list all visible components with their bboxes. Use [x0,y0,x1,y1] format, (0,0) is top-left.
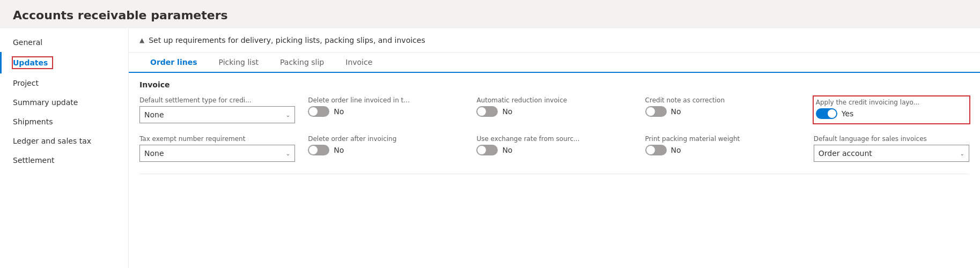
sidebar-item-label: Shipments [13,117,53,126]
invoice-section: Invoice Default settlement type for cred… [139,73,969,174]
field-label-default-settlement-type: Default settlement type for credi... [139,96,295,104]
sidebar-item-label-updates: Updates [13,58,48,67]
field-label-delete-order-line-invoiced: Delete order line invoiced in t... [308,96,463,104]
tab-order-lines[interactable]: Order lines [139,53,208,73]
chevron-down-icon: ⌄ [960,151,964,157]
toggle-thumb [646,146,655,154]
content-sections: Invoice Default settlement type for cred… [129,73,980,174]
toggle-label-credit-note-as-correction: No [671,107,681,116]
field-default-language-sales-invoices: Default language for sales invoices Orde… [814,135,969,162]
sidebar-item-settlement[interactable]: Settlement [0,151,128,170]
toggle-row-credit-note-as-correction: No [645,106,801,117]
page-container: Accounts receivable parameters General U… [0,0,980,268]
toggle-label-apply-credit-invoicing-layout: Yes [842,109,854,118]
field-tax-exempt-number: Tax exempt number requirement None ⌄ [139,135,295,162]
invoice-section-label: Invoice [139,80,969,89]
dropdown-value: None [144,110,164,119]
dropdown-default-language-sales-invoices[interactable]: Order account ⌄ [814,145,969,162]
section-header-text: Set up requirements for delivery, pickin… [149,36,425,44]
toggle-track[interactable] [645,145,667,155]
toggle-thumb [828,109,836,118]
toggle-delete-order-line-invoiced[interactable] [308,106,329,117]
tabs-row: Order lines Picking list Packing slip In… [129,53,980,73]
toggle-credit-note-as-correction[interactable] [645,106,667,117]
tab-invoice[interactable]: Invoice [335,53,383,73]
toggle-delete-order-after-invoicing[interactable] [308,145,329,155]
sidebar-item-summary-update[interactable]: Summary update [0,93,128,112]
toggle-automatic-reduction-invoice[interactable] [476,106,498,117]
dropdown-tax-exempt-number[interactable]: None ⌄ [139,145,295,162]
page-header: Accounts receivable parameters [0,0,980,28]
tab-packing-slip[interactable]: Packing slip [269,53,335,73]
field-label-use-exchange-rate: Use exchange rate from sourc... [476,135,632,143]
field-apply-credit-invoicing-layout: Apply the credit invoicing layo... Yes [814,96,969,123]
field-label-delete-order-after-invoicing: Delete order after invoicing [308,135,463,143]
invoice-fields-row1: Default settlement type for credi... Non… [139,89,969,128]
field-credit-note-as-correction: Credit note as correction No [645,96,801,123]
toggle-track-on[interactable] [816,108,837,119]
sidebar-item-label: Summary update [13,98,78,107]
field-label-default-language-sales-invoices: Default language for sales invoices [814,135,969,143]
content-area: General Updates Project Summary update S… [0,28,980,268]
sidebar-item-label: Settlement [13,156,55,165]
field-delete-order-after-invoicing: Delete order after invoicing No [308,135,463,162]
field-label-apply-credit-invoicing-layout: Apply the credit invoicing layo... [816,99,967,106]
toggle-label-delete-order-line-invoiced: No [334,107,344,116]
toggle-label-delete-order-after-invoicing: No [334,146,344,154]
toggle-row-print-packing-material-weight: No [645,145,801,155]
sidebar-item-ledger-sales-tax[interactable]: Ledger and sales tax [0,131,128,151]
toggle-track[interactable] [476,106,498,117]
field-print-packing-material-weight: Print packing material weight No [645,135,801,162]
sidebar-item-label: General [13,38,42,47]
toggle-label-automatic-reduction-invoice: No [502,107,512,116]
toggle-apply-credit-invoicing-layout[interactable] [816,108,837,119]
toggle-track[interactable] [645,106,667,117]
chevron-down-icon: ⌄ [286,112,290,118]
sidebar-item-updates[interactable]: Updates [0,52,128,73]
toggle-thumb [309,107,318,116]
toggle-row-delete-order-after-invoicing: No [308,145,463,155]
field-label-credit-note-as-correction: Credit note as correction [645,96,801,104]
dropdown-value: None [144,149,164,158]
invoice-fields-row2: Tax exempt number requirement None ⌄ Del… [139,128,969,166]
collapse-icon[interactable]: ▲ [139,36,144,44]
tab-picking-list[interactable]: Picking list [208,53,270,73]
toggle-thumb [477,107,486,116]
toggle-row-delete-order-line-invoiced: No [308,106,463,117]
field-delete-order-line-invoiced: Delete order line invoiced in t... No [308,96,463,123]
sidebar-item-general[interactable]: General [0,33,128,52]
field-default-settlement-type: Default settlement type for credi... Non… [139,96,295,123]
toggle-use-exchange-rate[interactable] [476,145,498,155]
sidebar-item-label: Ledger and sales tax [13,137,91,145]
page-title: Accounts receivable parameters [13,9,967,22]
toggle-thumb [477,146,486,154]
sidebar-updates-highlight: Updates [13,57,52,68]
toggle-thumb [646,107,655,116]
sidebar-item-shipments[interactable]: Shipments [0,112,128,131]
toggle-print-packing-material-weight[interactable] [645,145,667,155]
field-automatic-reduction-invoice: Automatic reduction invoice No [476,96,632,123]
toggle-track[interactable] [476,145,498,155]
toggle-row-use-exchange-rate: No [476,145,632,155]
chevron-down-icon: ⌄ [286,151,290,157]
toggle-label-use-exchange-rate: No [502,146,512,154]
dropdown-value: Order account [819,149,872,158]
main-content: ▲ Set up requirements for delivery, pick… [129,28,980,268]
toggle-thumb [309,146,318,154]
sidebar-item-project[interactable]: Project [0,73,128,93]
toggle-track[interactable] [308,145,329,155]
dropdown-default-settlement-type[interactable]: None ⌄ [139,106,295,123]
field-use-exchange-rate: Use exchange rate from sourc... No [476,135,632,162]
field-label-tax-exempt-number: Tax exempt number requirement [139,135,295,143]
sidebar-item-label: Project [13,79,39,87]
toggle-row-apply-credit-invoicing-layout: Yes [816,108,967,119]
field-label-automatic-reduction-invoice: Automatic reduction invoice [476,96,632,104]
toggle-row-automatic-reduction-invoice: No [476,106,632,117]
sidebar: General Updates Project Summary update S… [0,28,129,268]
toggle-track[interactable] [308,106,329,117]
toggle-label-print-packing-material-weight: No [671,146,681,154]
field-label-print-packing-material-weight: Print packing material weight [645,135,801,143]
section-header: ▲ Set up requirements for delivery, pick… [129,28,980,53]
